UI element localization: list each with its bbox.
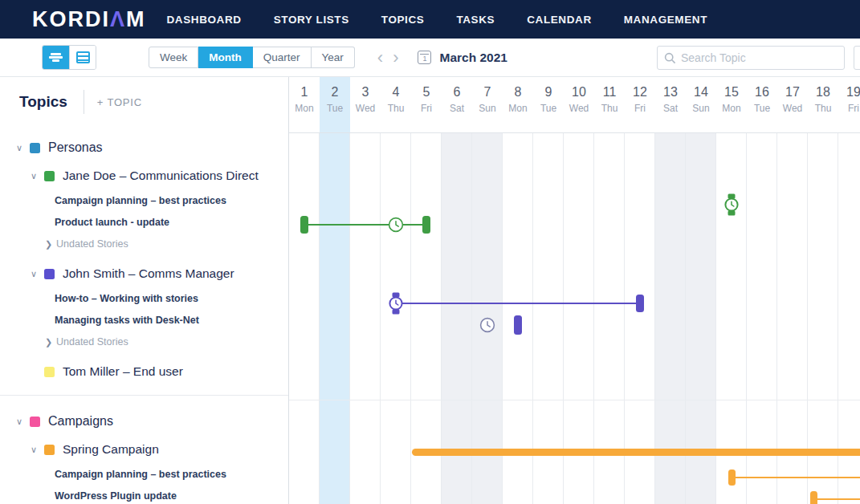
tree-row-campaigns[interactable]: ∨Campaigns <box>0 407 288 436</box>
prev-period-button[interactable]: ‹ <box>373 49 388 67</box>
tree-row-label: Campaign planning – best practices <box>55 469 226 480</box>
tree-row-jane-doe-communications-direct[interactable]: ∨Jane Doe – Communications Direct <box>0 162 288 189</box>
main-nav: DASHBOARDSTORY LISTSTOPICSTASKSCALENDARM… <box>167 14 707 26</box>
gantt-view-button[interactable] <box>43 46 69 69</box>
tree-row-label: Jane Doe – Communications Direct <box>63 169 259 183</box>
tree-row-label: Managing tasks with Desk-Net <box>55 315 199 326</box>
partial-control <box>854 46 860 70</box>
topic-color-swatch <box>30 417 40 427</box>
how-to-stories-range-end[interactable] <box>636 295 644 312</box>
campaign-planning-watch-icon[interactable] <box>723 193 740 219</box>
add-topic-button[interactable]: + TOPIC <box>97 96 142 108</box>
tree-row-label: Product launch - update <box>55 217 169 228</box>
logo-text: M <box>126 7 146 32</box>
spring-campaign-bar[interactable] <box>412 449 860 456</box>
range-option-week[interactable]: Week <box>149 47 198 68</box>
chevron-down-icon[interactable]: ∨ <box>14 143 24 153</box>
nav-item-tasks[interactable]: TASKS <box>456 14 495 26</box>
range-option-month[interactable]: Month <box>198 47 252 68</box>
topic-color-swatch <box>44 367 55 377</box>
app-root: 1Mon2Tue3Wed4Thu5Fri6Sat7Sun8Mon9Tue10We… <box>0 0 860 504</box>
campaign-planning-line-line[interactable] <box>735 477 860 478</box>
logo-text: KORDI <box>32 7 110 32</box>
nav-item-story-lists[interactable]: STORY LISTS <box>274 14 349 26</box>
tree-row-label: Undated Stories <box>56 238 128 250</box>
range-option-year[interactable]: Year <box>312 47 355 68</box>
nav-item-topics[interactable]: TOPICS <box>381 14 425 26</box>
logo-accent: Λ <box>110 7 126 32</box>
tree-row-how-to-working-with-stories[interactable]: How-to – Working with stories <box>0 287 288 309</box>
tree-row-label: Tom Miller – End user <box>63 364 183 379</box>
chevron-down-icon[interactable]: ∨ <box>14 417 24 427</box>
tree-row-label: Personas <box>48 140 103 155</box>
tree-row-label: How-to – Working with stories <box>55 293 198 304</box>
calendar-icon-day: 1 <box>422 55 426 63</box>
topics-sidebar: Topics + TOPIC ∨Personas∨Jane Doe – Comm… <box>0 77 289 504</box>
tree-row-label: WordPress Plugin update <box>55 490 177 502</box>
sidebar-header: Topics + TOPIC <box>0 77 288 127</box>
tree-row-spring-campaign[interactable]: ∨Spring Campaign <box>0 436 288 463</box>
current-period-label: March 2021 <box>439 51 507 65</box>
managing-tasks-clock-icon[interactable] <box>479 317 495 336</box>
list-view-button[interactable] <box>69 46 96 69</box>
tree-row-campaign-planning-best-practices[interactable]: Campaign planning – best practices <box>0 463 288 485</box>
nav-item-management[interactable]: MANAGEMENT <box>624 14 707 26</box>
topic-color-swatch <box>44 269 55 279</box>
topic-color-swatch <box>44 445 55 455</box>
view-mode-toggle <box>42 45 96 70</box>
wordpress-plugin-line-line[interactable] <box>817 498 860 500</box>
tree-row-label: Undated Stories <box>56 336 128 348</box>
product-launch-range-end[interactable] <box>422 216 430 234</box>
search-input[interactable] <box>676 51 844 64</box>
tree-row-label: Campaigns <box>48 414 113 429</box>
topics-tree: ∨Personas∨Jane Doe – Communications Dire… <box>0 127 288 504</box>
tree-row-undated-stories[interactable]: ❯Undated Stories <box>0 233 288 255</box>
header-divider <box>84 90 84 114</box>
search-box <box>657 46 845 70</box>
tree-row-label: Spring Campaign <box>63 442 159 457</box>
chevron-right-icon[interactable]: ❯ <box>45 239 56 250</box>
chevron-down-icon[interactable]: ∨ <box>29 171 39 181</box>
tree-row-tom-miller-end-user[interactable]: Tom Miller – End user <box>0 358 288 385</box>
app-logo[interactable]: KORDIΛM <box>32 7 146 32</box>
tree-row-john-smith-comms-manager[interactable]: ∨John Smith – Comms Manager <box>0 260 288 287</box>
tree-row-label: John Smith – Comms Manager <box>63 266 234 281</box>
nav-item-dashboard[interactable]: DASHBOARD <box>167 14 242 26</box>
nav-item-calendar[interactable]: CALENDAR <box>527 14 592 26</box>
chevron-right-icon[interactable]: ❯ <box>45 337 56 348</box>
tree-row-managing-tasks-with-desk-net[interactable]: Managing tasks with Desk-Net <box>0 309 288 331</box>
chevron-down-icon[interactable]: ∨ <box>29 269 39 279</box>
tree-row-personas[interactable]: ∨Personas <box>0 133 288 162</box>
top-nav: KORDIΛM DASHBOARDSTORY LISTSTOPICSTASKSC… <box>0 0 860 39</box>
product-launch-range-line[interactable] <box>304 224 426 226</box>
product-launch-range-start[interactable] <box>300 216 308 234</box>
how-to-stories-range-watch-icon[interactable] <box>388 292 404 318</box>
topic-color-swatch <box>30 143 40 153</box>
tree-row-undated-stories[interactable]: ❯Undated Stories <box>0 331 288 353</box>
grid-section-divider <box>289 400 860 400</box>
tree-row-label: Campaign planning – best practices <box>55 195 226 206</box>
tree-row-wordpress-plugin-update[interactable]: WordPress Plugin update <box>0 485 288 504</box>
tree-row-campaign-planning-best-practices[interactable]: Campaign planning – best practices <box>0 189 288 211</box>
product-launch-range-clock-icon[interactable] <box>388 217 404 236</box>
calendar-icon[interactable]: 1 <box>418 51 431 64</box>
topic-color-swatch <box>44 171 55 181</box>
how-to-stories-range-line[interactable] <box>402 303 637 304</box>
list-view-icon <box>76 51 90 63</box>
tree-section-divider <box>0 395 288 396</box>
toolbar: WeekMonthQuarterYear ‹ › 1 March 2021 <box>0 39 860 77</box>
tree-row-product-launch-update[interactable]: Product launch - update <box>0 211 288 233</box>
sidebar-title: Topics <box>19 93 67 111</box>
range-switcher: WeekMonthQuarterYear <box>149 47 355 68</box>
search-icon <box>664 52 676 64</box>
gantt-view-icon <box>49 52 63 63</box>
wordpress-plugin-line-start[interactable] <box>810 491 817 504</box>
next-period-button[interactable]: › <box>388 49 403 67</box>
range-option-quarter[interactable]: Quarter <box>253 47 312 68</box>
chevron-down-icon[interactable]: ∨ <box>29 445 39 455</box>
managing-tasks-cap[interactable] <box>514 315 522 335</box>
